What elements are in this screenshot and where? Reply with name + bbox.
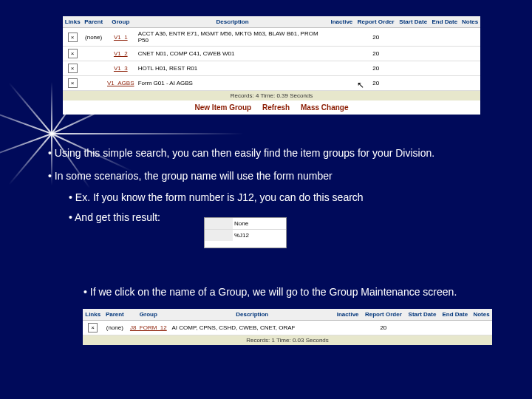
th-description: Description (170, 309, 334, 321)
th-start-date: Start Date (405, 309, 439, 321)
bullet-2: • In some scenarios, the group name will… (48, 169, 491, 183)
group-link[interactable]: V1_2 (114, 50, 128, 57)
table-row: × (none) V1_1 ACCT A36, ENTR E71, MGMT M… (63, 28, 480, 47)
results-table-2: Links Parent Group Description Inactive … (83, 309, 492, 335)
bullet-3: • Ex. If you know the form number is J12… (48, 191, 491, 205)
th-links: Links (83, 309, 103, 321)
th-description: Description (137, 16, 329, 28)
mini-value-2: %J12 (233, 230, 286, 241)
table-row: × V1_AGBS Form G01 - AI AGBS 20 (63, 76, 480, 91)
refresh-link[interactable]: Refresh (262, 103, 290, 112)
mouse-cursor-icon: ↖ (357, 80, 364, 90)
th-parent: Parent (103, 309, 126, 321)
mini-value-1: None (233, 218, 286, 229)
mini-label-2 (205, 230, 233, 241)
table-actions: New Item Group Refresh Mass Change (63, 100, 480, 115)
delete-icon[interactable]: × (68, 64, 78, 73)
group-link[interactable]: V1_3 (114, 65, 128, 72)
bullet-5: • If we click on the name of a Group, we… (48, 285, 491, 299)
mini-label-1 (205, 218, 233, 229)
th-group: Group (105, 16, 137, 28)
table-row: × V1_3 HOTL H01, REST R01 20 (63, 61, 480, 76)
th-group: Group (126, 309, 170, 321)
mass-change-link[interactable]: Mass Change (301, 103, 348, 112)
th-notes: Notes (471, 309, 492, 321)
th-inactive: Inactive (334, 309, 361, 321)
th-end-date: End Date (429, 16, 460, 28)
results-table-1: Links Parent Group Description Inactive … (63, 16, 480, 91)
delete-icon[interactable]: × (88, 323, 98, 332)
table-row: × V1_2 CNET N01, COMP C41, CWEB W01 20 (63, 47, 480, 61)
record-count-2: Records: 1 Time: 0.03 Seconds (83, 335, 492, 345)
th-links: Links (63, 16, 82, 28)
th-report-order: Report Order (355, 16, 397, 28)
th-notes: Notes (460, 16, 480, 28)
group-link[interactable]: V1_AGBS (107, 80, 134, 86)
th-report-order: Report Order (361, 309, 405, 321)
group-link[interactable]: J8_FORM_12 (130, 324, 167, 331)
results-table-screenshot-2: Links Parent Group Description Inactive … (83, 309, 492, 345)
bullet-1: • Using this simple search, you can then… (48, 146, 491, 160)
th-parent: Parent (82, 16, 105, 28)
th-end-date: End Date (439, 309, 471, 321)
record-count: Records: 4 Time: 0.39 Seconds (63, 91, 480, 100)
delete-icon[interactable]: × (68, 49, 78, 58)
new-item-group-link[interactable]: New Item Group (195, 103, 252, 112)
delete-icon[interactable]: × (68, 78, 78, 88)
search-input-screenshot: None %J12 (204, 217, 287, 248)
th-start-date: Start Date (397, 16, 429, 28)
delete-icon[interactable]: × (68, 33, 78, 42)
group-link[interactable]: V1_1 (114, 34, 128, 41)
th-inactive: Inactive (329, 16, 355, 28)
results-table-screenshot-1: ↖ Links Parent Group Description Inactiv… (63, 16, 480, 115)
table-row: × (none) J8_FORM_12 AI COMP, CPNS, CSHD,… (83, 321, 492, 335)
